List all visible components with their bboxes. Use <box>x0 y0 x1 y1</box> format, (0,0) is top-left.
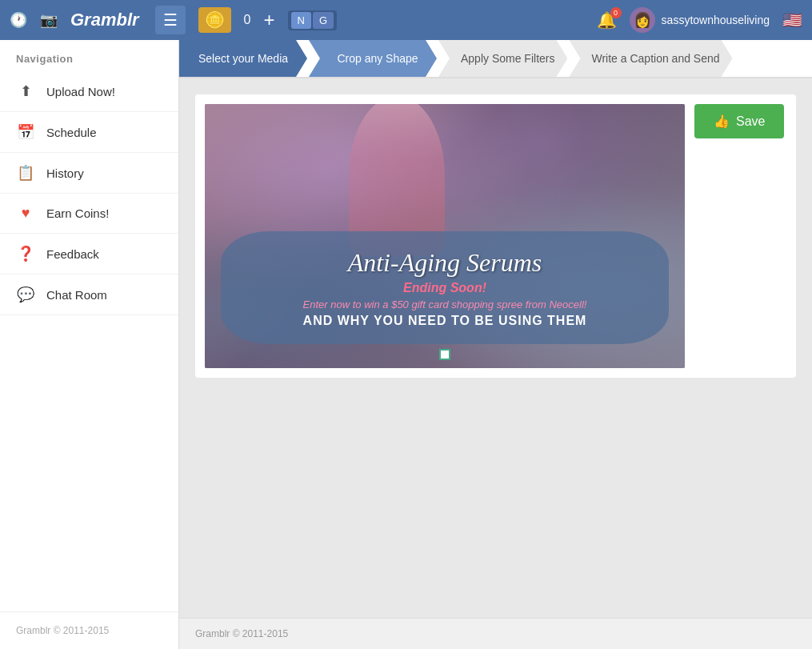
notifications-bell[interactable]: 🔔 0 <box>597 10 617 30</box>
step-caption-send[interactable]: Write a Caption and Send <box>569 40 732 77</box>
clock-icon[interactable]: 🕐 <box>10 11 27 29</box>
sidebar-item-feedback-label: Feedback <box>46 247 99 261</box>
step-apply-filters[interactable]: Apply Some Filters <box>438 40 567 77</box>
heart-icon: ♥ <box>16 205 35 222</box>
sidebar-item-chatroom[interactable]: 💬 Chat Room <box>0 274 178 315</box>
step-1-label: Select your Media <box>198 52 288 65</box>
image-panel: Anti-Aging Serums Ending Soon! Enter now… <box>195 94 796 378</box>
sidebar-item-schedule[interactable]: 📅 Schedule <box>0 112 178 153</box>
sidebar-item-feedback[interactable]: ❓ Feedback <box>0 234 178 274</box>
notification-badge: 0 <box>610 7 622 18</box>
text-overlay: Anti-Aging Serums Ending Soon! Enter now… <box>221 231 669 344</box>
sidebar-item-upload-label: Upload Now! <box>46 85 115 98</box>
overlay-title: Anti-Aging Serums <box>245 247 645 278</box>
sidebar-item-upload[interactable]: ⬆ Upload Now! <box>0 71 178 112</box>
content-area: Anti-Aging Serums Ending Soon! Enter now… <box>179 78 812 618</box>
upload-icon: ⬆ <box>16 82 35 100</box>
sidebar-item-chatroom-label: Chat Room <box>46 288 107 302</box>
save-button[interactable]: 👍 Save <box>694 104 784 138</box>
nav-section-label: Navigation <box>0 40 178 71</box>
mode-toggle[interactable]: N G <box>288 10 338 30</box>
top-nav: 🕐 📷 Gramblr ☰ 🪙 0 + N G 🔔 0 👩 sassytownh… <box>0 0 812 40</box>
step-select-media[interactable]: Select your Media <box>179 40 307 77</box>
stepper: Select your Media Crop any Shape Apply S… <box>179 40 812 78</box>
overlay-body: Enter now to win a $50 gift card shoppin… <box>245 298 645 310</box>
overlay-subtitle: Ending Soon! <box>245 281 645 295</box>
toggle-g[interactable]: G <box>313 12 334 29</box>
flag-icon[interactable]: 🇺🇸 <box>782 10 802 30</box>
main-footer: Gramblr © 2011-2015 <box>179 618 812 649</box>
coins-icon[interactable]: 🪙 <box>198 7 231 33</box>
sidebar-item-earn-label: Earn Coins! <box>46 206 109 220</box>
step-crop-shape[interactable]: Crop any Shape <box>309 40 437 77</box>
sidebar-item-history-label: History <box>46 166 84 180</box>
coins-count: 0 <box>244 13 251 27</box>
chat-icon: 💬 <box>16 286 35 303</box>
feedback-icon: ❓ <box>16 245 35 262</box>
image-preview[interactable]: Anti-Aging Serums Ending Soon! Enter now… <box>205 104 685 368</box>
crop-handle[interactable] <box>439 349 450 360</box>
plus-button[interactable]: + <box>264 9 275 31</box>
toggle-n[interactable]: N <box>291 12 311 29</box>
camera-icon[interactable]: 📷 <box>40 11 58 29</box>
overlay-footer: AND WHY YOU NEED TO BE USING THEM <box>245 314 645 328</box>
app-logo: Gramblr <box>70 10 139 30</box>
schedule-icon: 📅 <box>16 123 35 141</box>
app-name: Gramblr <box>70 10 139 30</box>
step-3-label: Apply Some Filters <box>461 52 554 65</box>
username: sassytownhouseliving <box>662 14 770 26</box>
history-icon: 📋 <box>16 164 35 182</box>
step-2-label: Crop any Shape <box>337 52 418 65</box>
main-layout: Navigation ⬆ Upload Now! 📅 Schedule 📋 Hi… <box>0 40 812 649</box>
sidebar-item-history[interactable]: 📋 History <box>0 153 178 194</box>
user-profile[interactable]: 👩 sassytownhouseliving <box>630 7 770 33</box>
save-label: Save <box>736 114 765 129</box>
sidebar-item-schedule-label: Schedule <box>46 126 97 139</box>
hamburger-menu[interactable]: ☰ <box>155 6 186 34</box>
main-content: Select your Media Crop any Shape Apply S… <box>179 40 812 649</box>
step-4-label: Write a Caption and Send <box>591 52 719 65</box>
thumbs-up-icon: 👍 <box>714 114 730 129</box>
footer-text: Gramblr © 2011-2015 <box>195 628 288 639</box>
sidebar: Navigation ⬆ Upload Now! 📅 Schedule 📋 Hi… <box>0 40 179 649</box>
sidebar-footer: Gramblr © 2011-2015 <box>0 611 178 649</box>
sidebar-item-earn[interactable]: ♥ Earn Coins! <box>0 194 178 234</box>
avatar: 👩 <box>630 7 655 33</box>
